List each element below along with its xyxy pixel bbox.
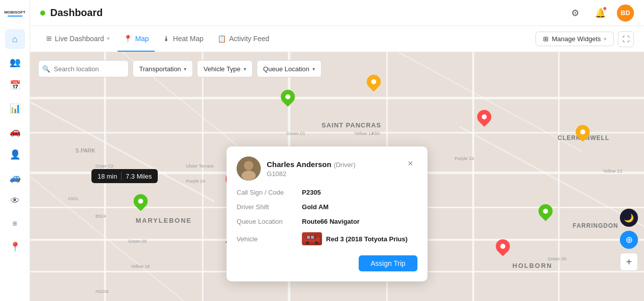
analytics-icon: 📊 xyxy=(10,103,21,114)
svg-text:Green 05: Green 05 xyxy=(548,256,567,261)
vehicle-value: Red 3 (2018 Totyota Prius) xyxy=(302,232,407,245)
map-marker-yellow2[interactable] xyxy=(576,125,590,142)
dark-mode-button[interactable]: 🌙 xyxy=(620,209,638,227)
distance-time: 18 min xyxy=(97,173,117,180)
status-dot xyxy=(40,11,45,16)
chevron-down-icon: ▾ xyxy=(107,36,110,41)
distance-badge: 18 min 7.3 Miles xyxy=(91,169,158,183)
sidebar-item-users[interactable]: 👥 xyxy=(5,52,25,72)
car-icon: 🚗 xyxy=(10,126,21,137)
crosshair-icon: ⊕ xyxy=(625,234,633,245)
search-icon: 🔍 xyxy=(42,65,50,73)
home-icon: ⌂ xyxy=(12,34,18,45)
queue-location-filter[interactable]: Queue Location ▾ xyxy=(257,60,321,77)
map-marker-red2[interactable] xyxy=(496,239,510,256)
vehicle-thumbnail xyxy=(302,232,322,245)
sidebar-logo: MOBISOFT xyxy=(5,5,25,23)
sidebar-item-location[interactable]: 📍 xyxy=(5,237,25,257)
map-marker-yellow1[interactable] xyxy=(367,75,381,92)
widgets-icon: ⊞ xyxy=(543,35,549,43)
sidebar-item-analytics[interactable]: 📊 xyxy=(5,98,25,118)
tab-live-dashboard[interactable]: ⊞ Live Dashboard ▾ xyxy=(40,26,116,52)
driver-info: Charles Anderson (Driver) G1082 xyxy=(237,157,355,181)
svg-text:Purple 24: Purple 24 xyxy=(455,156,474,161)
vehicle-type-filter[interactable]: Vehicle Type ▾ xyxy=(197,60,252,77)
chevron-down-icon: ▾ xyxy=(604,36,606,42)
sidebar-item-vehicle[interactable]: 🚙 xyxy=(5,168,25,188)
calendar-icon: 📅 xyxy=(10,80,21,91)
popup-row-queue: Queue Location Route66 Navigator xyxy=(237,218,417,225)
sidebar-item-calendar[interactable]: 📅 xyxy=(5,75,25,95)
distance-miles: 7.3 Miles xyxy=(126,173,152,180)
svg-text:S PARK: S PARK xyxy=(75,147,95,154)
sidebar-item-car[interactable]: 🚗 xyxy=(5,121,25,141)
sidebar: MOBISOFT ⌂ 👥 📅 📊 🚗 👤 � xyxy=(0,0,30,301)
chevron-down-icon: ▾ xyxy=(312,66,315,72)
driver-full-name: Charles Anderson (Driver) xyxy=(267,160,355,169)
heatmap-icon: 🌡 xyxy=(163,35,170,43)
notification-button[interactable]: 🔔 xyxy=(592,5,609,22)
chevron-down-icon: ▾ xyxy=(184,66,186,72)
svg-line-2 xyxy=(398,52,583,152)
zoom-in-button[interactable]: + xyxy=(620,253,638,271)
logo-text: MOBISOFT xyxy=(4,11,25,15)
svg-line-0 xyxy=(30,102,214,201)
transportation-filter[interactable]: Transportation ▾ xyxy=(133,60,193,77)
sidebar-item-home[interactable]: ⌂ xyxy=(5,29,25,49)
driver-popup-card: Charles Anderson (Driver) G1082 × Call S… xyxy=(227,146,427,281)
tab-activity-feed[interactable]: 📋 Activity Feed xyxy=(211,26,275,52)
grid-icon: ⊞ xyxy=(46,35,52,42)
driver-avatar xyxy=(237,157,261,181)
tab-bar: ⊞ Live Dashboard ▾ 📍 Map 🌡 Heat Map 📋 Ac… xyxy=(30,26,644,52)
search-location-input[interactable] xyxy=(38,60,129,77)
plus-icon: + xyxy=(626,256,632,268)
location-icon: 📍 xyxy=(10,241,21,252)
notification-badge xyxy=(603,7,607,11)
map-toolbar: 🔍 Transportation ▾ Vehicle Type ▾ Queue … xyxy=(38,60,321,77)
sidebar-item-person[interactable]: 👤 xyxy=(5,144,25,165)
header-left: Dashboard xyxy=(40,7,102,19)
fullscreen-icon: ⛶ xyxy=(622,35,629,43)
sidebar-item-eye[interactable]: 👁 xyxy=(5,191,25,211)
popup-row-callsign: Call Sign / Code P2305 xyxy=(237,189,417,196)
page-title: Dashboard xyxy=(50,7,102,19)
svg-point-36 xyxy=(245,162,253,170)
sidebar-item-list[interactable]: ≡ xyxy=(5,214,25,234)
svg-text:FARRINGDON: FARRINGDON xyxy=(573,222,618,229)
settings-button[interactable]: ⚙ xyxy=(567,5,584,22)
map-pin-icon: 📍 xyxy=(124,35,132,43)
svg-text:A501: A501 xyxy=(68,196,78,201)
popup-footer: Assign Trip xyxy=(237,255,417,271)
location-button[interactable]: ⊕ xyxy=(620,231,638,249)
svg-point-35 xyxy=(242,171,256,181)
manage-widgets-button[interactable]: ⊞ Manage Widgets ▾ xyxy=(535,32,614,46)
assign-trip-button[interactable]: Assign Trip xyxy=(359,255,417,271)
popup-close-button[interactable]: × xyxy=(403,157,417,171)
distance-divider xyxy=(121,172,122,180)
list-icon: ≡ xyxy=(13,219,17,228)
svg-text:HOLBORN: HOLBORN xyxy=(512,262,553,269)
user-avatar[interactable]: BD xyxy=(617,5,634,22)
svg-text:MARYLEBONE: MARYLEBONE xyxy=(136,217,192,224)
svg-text:Ulster Terrace: Ulster Terrace xyxy=(186,164,214,169)
tab-heat-map[interactable]: 🌡 Heat Map xyxy=(157,26,209,52)
map-container: S PARK MARYLEBONE SAINT PANCRAS CLERKENW… xyxy=(30,52,644,301)
header: Dashboard ⚙ 🔔 BD xyxy=(30,0,644,26)
svg-text:Yellow 16: Yellow 16 xyxy=(131,264,150,269)
map-marker-green1[interactable] xyxy=(281,90,295,107)
header-right: ⚙ 🔔 BD xyxy=(567,5,634,22)
activity-icon: 📋 xyxy=(218,35,226,43)
popup-row-vehicle: Vehicle xyxy=(237,232,417,245)
search-location-wrap: 🔍 xyxy=(38,60,129,77)
main-content: Dashboard ⚙ 🔔 BD ⊞ Live Dashboard ▾ xyxy=(30,0,644,301)
map-marker-red1[interactable] xyxy=(477,110,491,127)
svg-rect-41 xyxy=(307,236,310,239)
map-marker-green3[interactable] xyxy=(539,204,553,221)
popup-row-shift: Driver Shift Gold AM xyxy=(237,203,417,211)
tab-map[interactable]: 📍 Map xyxy=(118,26,155,52)
map-marker-green2[interactable] xyxy=(134,194,148,211)
users-icon: 👥 xyxy=(10,57,21,68)
vehicle-icon: 🚙 xyxy=(10,172,21,183)
driver-id: G1082 xyxy=(267,170,355,178)
fullscreen-button[interactable]: ⛶ xyxy=(618,31,634,47)
